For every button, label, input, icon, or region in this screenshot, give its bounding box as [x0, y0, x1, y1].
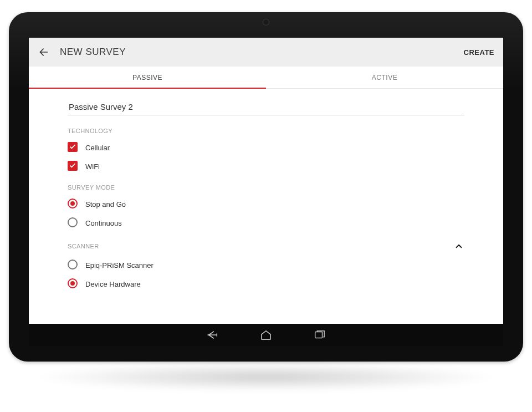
app-bar: NEW SURVEY CREATE: [29, 38, 503, 67]
android-nav-bar: [29, 324, 503, 346]
technology-section-label: TECHNOLOGY: [68, 128, 464, 134]
scanner-device-row[interactable]: Device Hardware: [68, 278, 464, 289]
checkbox-checked-icon: [68, 161, 78, 171]
checkbox-checked-icon: [68, 142, 78, 152]
tab-active[interactable]: ACTIVE: [266, 67, 503, 88]
tablet-camera: [263, 19, 269, 26]
tablet-frame: NEW SURVEY CREATE PASSIVE ACTIVE TECHNOL…: [9, 12, 523, 362]
android-back-icon[interactable]: [206, 328, 220, 342]
tab-passive[interactable]: PASSIVE: [29, 67, 266, 88]
technology-cellular-row[interactable]: Cellular: [68, 142, 464, 153]
technology-cellular-label: Cellular: [85, 144, 110, 152]
scanner-epiq-row[interactable]: Epiq-PRiSM Scanner: [68, 260, 464, 271]
page-title: NEW SURVEY: [60, 47, 126, 58]
radio-selected-icon: [68, 199, 78, 208]
form-body: TECHNOLOGY Cellular WiFi: [29, 89, 503, 324]
survey-mode-continuous-row[interactable]: Continuous: [68, 217, 464, 228]
tab-active-label: ACTIVE: [372, 74, 397, 82]
survey-mode-continuous-label: Continuous: [85, 219, 122, 227]
technology-wifi-label: WiFi: [85, 162, 100, 171]
create-button[interactable]: CREATE: [464, 48, 494, 57]
chevron-up-icon[interactable]: [453, 241, 464, 252]
back-arrow-icon[interactable]: [38, 46, 50, 58]
tablet-shadow: [33, 363, 499, 391]
scanner-device-label: Device Hardware: [85, 280, 141, 288]
android-home-icon[interactable]: [259, 328, 273, 342]
radio-unselected-icon: [68, 260, 78, 269]
svg-rect-0: [315, 332, 323, 338]
scanner-epiq-label: Epiq-PRiSM Scanner: [85, 261, 154, 269]
scanner-section-label: SCANNER: [68, 243, 453, 250]
tab-passive-label: PASSIVE: [132, 74, 162, 82]
app-screen: NEW SURVEY CREATE PASSIVE ACTIVE TECHNOL…: [29, 38, 503, 324]
radio-unselected-icon: [68, 217, 78, 227]
radio-selected-icon: [68, 278, 78, 288]
android-recents-icon[interactable]: [312, 328, 326, 342]
tab-bar: PASSIVE ACTIVE: [29, 67, 503, 89]
survey-name-input[interactable]: [68, 99, 464, 115]
scanner-section-header: SCANNER: [68, 241, 464, 252]
survey-mode-stop-and-go-row[interactable]: Stop and Go: [68, 199, 464, 210]
survey-mode-stop-and-go-label: Stop and Go: [85, 200, 126, 208]
technology-wifi-row[interactable]: WiFi: [68, 161, 464, 172]
survey-mode-section-label: SURVEY MODE: [68, 184, 464, 191]
